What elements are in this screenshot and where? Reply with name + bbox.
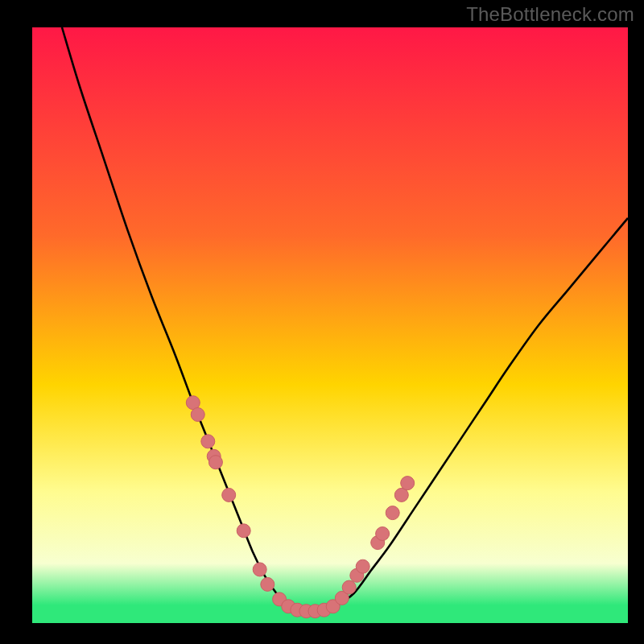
chart-container: TheBottleneck.com xyxy=(0,0,644,644)
sample-point xyxy=(237,524,250,538)
watermark-text: TheBottleneck.com xyxy=(466,3,634,26)
sample-point xyxy=(253,563,266,576)
sample-point xyxy=(376,527,390,541)
sample-point xyxy=(208,456,222,469)
sample-point xyxy=(386,506,399,520)
sample-point xyxy=(356,559,369,573)
sample-point xyxy=(261,577,275,591)
sample-point xyxy=(222,488,236,502)
sample-point xyxy=(401,477,415,490)
sample-point xyxy=(342,580,356,594)
bottleneck-plot xyxy=(0,0,644,644)
sample-point xyxy=(191,408,204,422)
sample-point xyxy=(201,435,215,448)
